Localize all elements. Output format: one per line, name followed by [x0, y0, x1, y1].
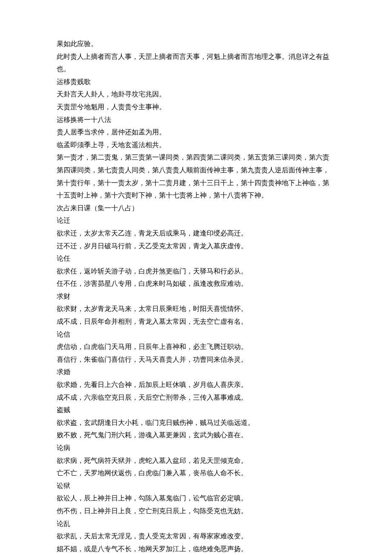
text-line: 伤不伤，日上神并日上良，空亡刑克日辰上，勾陈受克也无妨。 [57, 505, 335, 517]
text-line: 成不成，日辰年命并相刑，青龙入墓太常因，无去空亡虚有名。 [57, 315, 335, 328]
text-line: 亡不亡，天罗地网伏返伤，白虎临门兼入墓，丧吊临人命不长。 [57, 467, 335, 479]
text-line: 成不成，六亲临空克日辰，天后空亡刑带杀，三传入墓事难成。 [57, 391, 335, 404]
text-line: 欲求婚，先看日上六合神，后加辰上旺休嗔，岁月临人喜庆亲。 [57, 378, 335, 391]
text-line: 求财 [57, 290, 335, 303]
text-line: 论病 [57, 442, 335, 454]
text-line: 次占来日课（集一十八占） [57, 202, 335, 215]
text-line: 娼不娼，或是八专气不长，地网天罗加江上，临绝难免恶声扬。 [57, 543, 335, 555]
text-line: 贵人居季当求仲，居仲还如孟为用。 [57, 126, 335, 139]
text-line: 此时贵人上摘者而言人事，天罡上摘者而言天事，河魁上摘者而言地理之事。消息详之有益… [57, 50, 335, 76]
text-line: 欲求任，返吟斩关游子动，白虎并煞更临门，天驿马和行必从。 [57, 265, 335, 278]
text-line: 论迁 [57, 214, 335, 227]
text-line: 欲讼人，辰上神并日上神，勾陈入墓鬼临门，讼气临官必定嗔。 [57, 492, 335, 505]
text-line: 果如此应验。 [57, 38, 335, 50]
text-line: 临孟即须季上寻，天地玄遥法相共。 [57, 139, 335, 151]
text-line: 欲求乱，天后太常无淫见，贵人受克太常因，有辱家家难改变。 [57, 530, 335, 543]
text-line: 任不任，涉害昴星八专用，白虎来时马如破，虽逢改救应难动。 [57, 277, 335, 290]
text-line: 求婚 [57, 366, 335, 378]
text-line: 运移贵贱歌 [57, 76, 335, 88]
text-line: 盗贼 [57, 404, 335, 416]
text-line: 虎信动，白虎临门天马用，日辰年上喜神和，必主飞腾迁职动。 [57, 340, 335, 353]
text-line: 迁不迁，岁月日破马行前，天乙受克太常因，青龙入墓庆虚传。 [57, 240, 335, 253]
text-line: 天卦言天人卦人，地卦寻坟宅兆因。 [57, 88, 335, 101]
text-line: 欲求迁，太岁太常天乙连，青龙天后或乘马，建逢印绶必高迁。 [57, 227, 335, 240]
text-line: 讼狱 [57, 479, 335, 492]
text-line: 败不败，死气鬼门刑六耗，游魂入墓更兼因，玄武为贼心喜在。 [57, 429, 335, 442]
text-line: 欲求财，太岁青龙天马来，太常日辰乘旺地，时阳天喜慌情怀。 [57, 302, 335, 315]
text-line: 天责罡兮地魁用，人责贵兮主事神。 [57, 101, 335, 113]
text-line: 论信 [57, 328, 335, 341]
text-line: 欲求病，死气病符天狱并，虎蛇入墓入盆邱，若见天罡倾克命。 [57, 454, 335, 467]
text-line: 喜信行，朱雀临门喜信行，天马天喜贵人并，功曹同来信杀灵。 [57, 353, 335, 366]
text-line: 论乱 [57, 517, 335, 530]
text-line: 运移换将一十八法 [57, 113, 335, 126]
text-line: 第一责才，第二责鬼，第三责第一课同类，第四责第二课同类，第五责第三课同类，第六责… [57, 151, 335, 201]
text-line: 欲求盗，玄武阴逢日大小耗，临门克日贼伤神，贼马过关临远道。 [57, 416, 335, 429]
text-line: 论任 [57, 252, 335, 265]
